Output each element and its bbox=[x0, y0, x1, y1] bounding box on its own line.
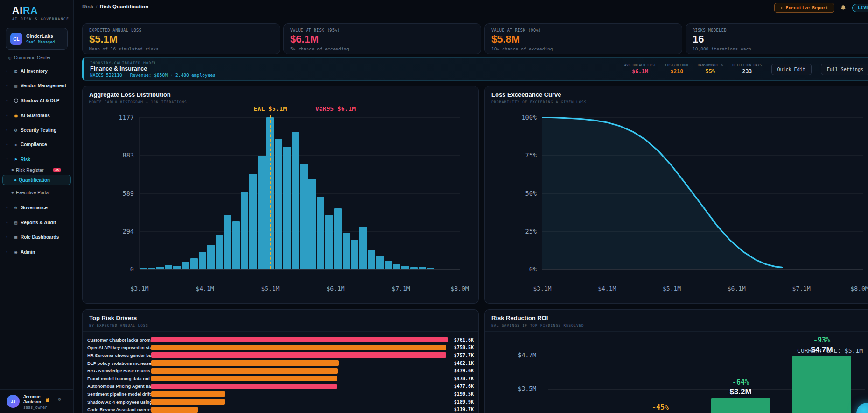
sidebar-item-governance[interactable]: ▸⚙Governance bbox=[0, 202, 73, 213]
sidebar-item-label: Role Dashboards bbox=[21, 235, 59, 240]
y-axis-tick: 0 bbox=[101, 265, 134, 273]
sidebar-item-risk[interactable]: ▾⚑Risk bbox=[0, 154, 73, 164]
bell-icon[interactable] bbox=[840, 5, 847, 11]
settings-gear-icon[interactable]: ⚙ bbox=[58, 396, 61, 402]
risk-driver-bar bbox=[151, 337, 448, 342]
risk-driver-value: $190.5K bbox=[448, 392, 474, 397]
roi-subtitle: EAL SAVINGS IF TOP FINDINGS RESOLVED bbox=[491, 323, 865, 328]
expand-caret-icon: ▸ bbox=[6, 128, 8, 132]
sidebar-item-admin[interactable]: ▸◉Admin bbox=[0, 247, 73, 257]
roi-bar bbox=[711, 398, 770, 413]
sidebar-item-risk-register[interactable]: ⚑Risk Register40 bbox=[0, 165, 73, 175]
risk-driver-bar bbox=[151, 399, 225, 405]
sidebar-item-executive-portal[interactable]: ◈Executive Portal bbox=[0, 187, 73, 198]
roi-y-axis-tick: $3.5M bbox=[504, 385, 536, 392]
y-axis-tick: 1177 bbox=[101, 114, 134, 121]
industry-stat: DETECTION DAYS233 bbox=[732, 64, 762, 75]
risk-driver-row[interactable]: Fraud model training data not doc...$478… bbox=[87, 375, 474, 383]
industry-model-bar: INDUSTRY-CALIBRATED MODEL Finance & Insu… bbox=[82, 57, 868, 81]
kpi-sub: 10,000 iterations each bbox=[693, 46, 868, 51]
histogram-subtitle: MONTE CARLO HISTOGRAM — 10K ITERATIONS bbox=[89, 100, 472, 104]
y-axis-tick: 75% bbox=[504, 151, 537, 159]
industry-kicker: INDUSTRY-CALIBRATED MODEL bbox=[90, 61, 216, 65]
x-axis-tick: $3.1M bbox=[533, 285, 551, 292]
risk-driver-label: Fraud model training data not doc... bbox=[87, 376, 151, 381]
breadcrumb-root[interactable]: Risk bbox=[82, 4, 93, 9]
sidebar-item-shadow-ai-dlp[interactable]: ▸Shadow AI & DLP bbox=[0, 95, 73, 106]
histogram-bar bbox=[207, 245, 215, 269]
kpi-value: 16 bbox=[693, 33, 868, 45]
eal-marker-label: EAL $5.1M bbox=[254, 105, 287, 112]
sidebar-item-ai-guardrails[interactable]: ▸AI Guardrails bbox=[0, 110, 73, 121]
risk-driver-row[interactable]: Customer Chatbot lacks prompt i...$761.6… bbox=[87, 336, 474, 344]
x-axis-tick: $7.1M bbox=[792, 285, 811, 292]
expand-caret-icon: ▸ bbox=[6, 84, 8, 87]
histogram-bar bbox=[165, 265, 172, 269]
histogram-bar bbox=[317, 197, 324, 269]
sidebar-item-command-center[interactable]: ◎Command Center bbox=[0, 52, 73, 63]
risk-driver-track bbox=[151, 360, 448, 366]
kpi-label: RISKS MODELED bbox=[693, 28, 868, 33]
risk-driver-row[interactable]: Sentiment pipeline model drift det...$19… bbox=[87, 390, 474, 398]
histogram-bar bbox=[452, 269, 460, 269]
sidebar-item-ai-inventory[interactable]: ▸⊞AI Inventory bbox=[0, 66, 73, 76]
kpi-card-1: EXPECTED ANNUAL LOSS$5.1MMean of 16 simu… bbox=[82, 23, 280, 54]
histogram-bar bbox=[140, 268, 147, 269]
risk-driver-label: Customer Chatbot lacks prompt i... bbox=[87, 337, 151, 342]
count-badge: 40 bbox=[53, 168, 61, 172]
risk-driver-row[interactable]: DLP policy violations increased 40...$48… bbox=[87, 359, 474, 367]
sidebar-item-quantification[interactable]: ◆Quantification bbox=[2, 175, 71, 185]
gridline bbox=[542, 117, 863, 118]
sidebar-item-compliance[interactable]: ▸✚Compliance bbox=[0, 139, 73, 150]
risk-driver-track bbox=[151, 376, 448, 381]
sidebar-item-security-testing[interactable]: ▸⚙Security Testing bbox=[0, 125, 73, 135]
x-axis-tick: $8.0M bbox=[450, 285, 469, 292]
histogram-bar bbox=[148, 268, 155, 269]
risk-driver-row[interactable]: HR Screener shows gender bias in...$757.… bbox=[87, 351, 474, 359]
risk-driver-bar bbox=[151, 352, 446, 358]
histogram-bar bbox=[308, 179, 316, 269]
org-switcher[interactable]: CL CinderLabs SaaS Managed bbox=[6, 28, 68, 50]
x-axis-tick: $6.1M bbox=[326, 285, 344, 292]
histogram-bar bbox=[216, 235, 223, 269]
risk-driver-row[interactable]: Shadow AI: 4 employees using un...$189.9… bbox=[87, 398, 474, 406]
user-panel[interactable]: JJ JeromieJackson saas_owner ⚙ bbox=[0, 389, 73, 413]
histogram-bar bbox=[275, 139, 282, 269]
histogram-bar bbox=[385, 261, 392, 269]
risk-driver-track bbox=[151, 352, 448, 358]
full-settings-button[interactable]: Full Settings bbox=[821, 64, 868, 75]
gridline bbox=[542, 193, 863, 194]
sidebar-item-label: Vendor Management bbox=[21, 83, 66, 88]
var95-marker-label: VaR95 $6.1M bbox=[315, 105, 356, 112]
kpi-sub: 10% chance of exceeding bbox=[491, 46, 675, 51]
y-axis-tick: 100% bbox=[504, 114, 537, 121]
risk-driver-bar bbox=[151, 407, 198, 413]
risk-driver-row[interactable]: Code Review Assistant overrelianc...$119… bbox=[87, 406, 474, 413]
risk-driver-row[interactable]: RAG Knowledge Base returns PII i...$479.… bbox=[87, 367, 474, 375]
y-axis-tick: 50% bbox=[504, 190, 537, 197]
roi-bar bbox=[792, 356, 851, 413]
histogram-bar bbox=[410, 267, 418, 269]
expand-caret-icon: ▸ bbox=[6, 142, 8, 146]
sidebar-item-vendor-management[interactable]: ▸▥Vendor Management bbox=[0, 80, 73, 91]
risk-driver-value: $758.5K bbox=[448, 345, 474, 350]
quick-edit-button[interactable]: Quick Edit bbox=[771, 64, 812, 75]
risk-driver-row[interactable]: OpenAI API key exposed in stagin...$758.… bbox=[87, 344, 474, 352]
expand-caret-icon: ▸ bbox=[6, 99, 8, 102]
executive-report-button[interactable]: ✦ Executive Report bbox=[774, 3, 834, 13]
histogram-bar bbox=[343, 233, 350, 269]
industry-stat: AVG BREACH COST$6.1M bbox=[624, 64, 656, 75]
sidebar-item-reports-audit[interactable]: ▸▤Reports & Audit bbox=[0, 217, 73, 228]
flag-icon: ⚑ bbox=[9, 168, 16, 172]
risk-quantification-dashboard: AIRA AI RISK & GOVERNANCE CL CinderLabs … bbox=[0, 0, 868, 413]
histogram-bar bbox=[241, 192, 248, 269]
flag-icon: ⚑ bbox=[13, 157, 19, 162]
risk-driver-row[interactable]: Autonomous Pricing Agent has no...$477.6… bbox=[87, 383, 474, 391]
sidebar-item-label: AI Guardrails bbox=[21, 113, 50, 118]
histogram-bar bbox=[173, 266, 181, 269]
histogram-title: Aggregate Loss Distribution bbox=[89, 91, 472, 98]
kpi-card-2: VALUE AT RISK (95%)$6.1M5% chance of exc… bbox=[283, 23, 481, 54]
x-axis-tick: $5.1M bbox=[663, 285, 681, 292]
sidebar-item-role-dashboards[interactable]: ▸▦Role Dashboards bbox=[0, 232, 73, 242]
kpi-card-3: VALUE AT RISK (90%)$5.8M10% chance of ex… bbox=[484, 23, 682, 54]
